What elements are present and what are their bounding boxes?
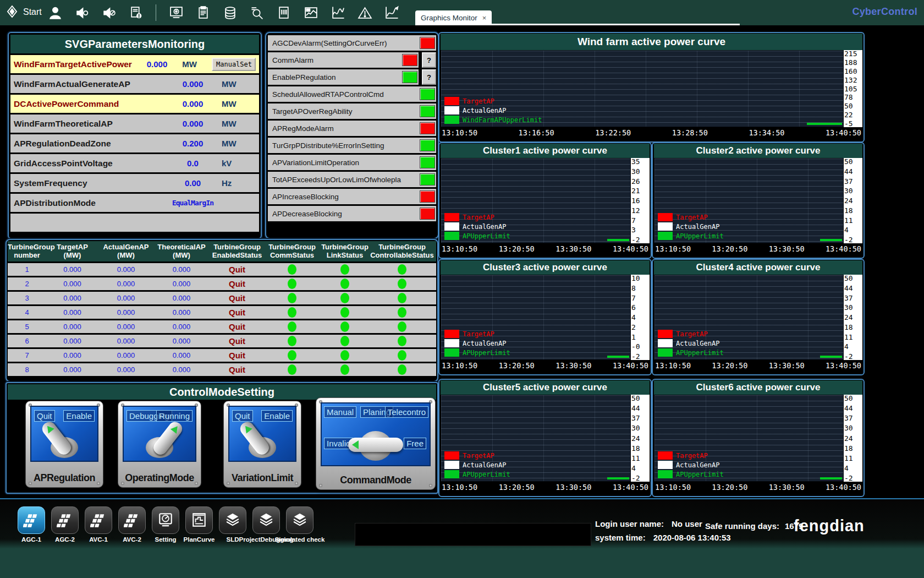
enabled-status: Quit: [210, 293, 265, 303]
system-message-icon[interactable]: [128, 5, 144, 20]
switch-option-right: Running: [156, 410, 193, 422]
svg-parameters-panel: SVGParametersMonitoring WindFarmTargetAc…: [8, 32, 262, 239]
dock-item-label: AVC-1: [89, 536, 108, 543]
x-tick: 13:40:50: [613, 483, 648, 492]
alarm-label: TargetAPOverRegAbility: [272, 107, 420, 116]
alarm-label: APVariationLimitOperation: [272, 159, 420, 167]
y-tick: -2: [844, 353, 862, 360]
comm-status-dot: [288, 364, 296, 375]
dock-item-plancurve[interactable]: PlanCurve: [186, 506, 212, 543]
comm-status-dot: [288, 321, 296, 332]
dock-item-simulated-check[interactable]: Simulated check: [287, 506, 313, 543]
enabled-status: Quit: [210, 351, 265, 360]
comm-status-dot: [288, 350, 296, 361]
signal-analysis-icon[interactable]: [384, 5, 399, 20]
toolbar-separator: [156, 4, 156, 21]
legend-item: TargetAP: [658, 451, 724, 460]
y-tick: -0: [631, 343, 649, 350]
speaker-alert-icon[interactable]: [74, 5, 90, 20]
y-tick: 50: [844, 395, 862, 402]
status-cell: [265, 264, 320, 275]
x-tick: 13:40:50: [826, 128, 861, 137]
legend-item: APUpperLimit: [658, 348, 724, 357]
dock-item-agc-2[interactable]: AGC-2: [52, 506, 78, 543]
tab-close-icon[interactable]: ×: [482, 14, 487, 22]
switch-operatingmode[interactable]: DebuggingRunningOperatingMode: [118, 401, 201, 488]
header-line: EnabledStatus: [210, 252, 265, 260]
alarm-label: AGCDevAlarm(SettingOrCurveErr): [272, 39, 420, 47]
tab-graphics-monitor[interactable]: Graphics Monitor ×: [415, 10, 492, 25]
link-status-dot: [340, 279, 349, 289]
speaker-mute-icon[interactable]: [101, 5, 117, 20]
trend-chart-icon[interactable]: [303, 5, 318, 20]
gauge-monitor-icon: [152, 506, 179, 534]
start-button[interactable]: Start: [4, 4, 42, 20]
y-tick: 1: [631, 334, 649, 341]
param-value: 0.000: [164, 119, 222, 128]
alarm-label: APRegModeAlarm: [272, 124, 420, 133]
link-status-dot: [340, 350, 349, 361]
manual-set-button[interactable]: ManualSet: [212, 58, 256, 71]
curve-analysis-icon[interactable]: [330, 5, 345, 20]
legend-swatch: [658, 470, 673, 478]
legend-swatch: [444, 470, 459, 478]
user-icon[interactable]: [47, 5, 63, 20]
param-label: GridAccessPointVoltage: [14, 159, 164, 168]
legend-label: TargetAP: [676, 214, 708, 221]
table-row: 40.0000.0000.000Quit: [8, 306, 436, 319]
legend-swatch: [444, 451, 459, 460]
target-ap-value: 0.000: [46, 308, 98, 317]
system-time-value: 2020-08-06 13:40:53: [653, 533, 731, 542]
controllable-status-dot: [398, 321, 406, 332]
command-input[interactable]: [355, 523, 591, 546]
x-tick: 13:16:50: [519, 128, 554, 137]
app-dock: AGC-1AGC-2AVC-1AVC-2SettingPlanCurveSLDP…: [18, 506, 313, 543]
upper-limit-line: [820, 477, 842, 479]
alarm-help-button[interactable]: ?: [422, 52, 436, 68]
switch-variationlimit[interactable]: QuitEnableVariationLimit: [223, 401, 301, 488]
controllable-status-dot: [398, 350, 406, 361]
upper-limit-line: [607, 477, 629, 479]
actual-gen-ap-value: 0.000: [98, 265, 153, 274]
search-icon[interactable]: [249, 5, 265, 20]
dock-item-avc-2[interactable]: AVC-2: [119, 506, 145, 543]
switch-screen: DebuggingRunning: [123, 406, 196, 462]
y-tick: 4: [631, 314, 649, 321]
status-cell: [265, 293, 320, 303]
document-code-icon[interactable]: [276, 5, 292, 20]
chart-plot: TargetAPActualGenAPAPUpperLimit: [441, 395, 631, 482]
x-tick: 13:30:50: [769, 361, 805, 370]
switch-apregulation[interactable]: QuitEnableAPRegulation: [25, 401, 103, 488]
alarm-indicator-red: [402, 54, 417, 66]
controllable-status-dot: [398, 293, 406, 303]
monitor-view-icon[interactable]: [168, 5, 184, 20]
switch-commandmode[interactable]: ManualPlaningTelecontroInvalidFreeComman…: [316, 397, 436, 490]
report-icon[interactable]: [195, 5, 211, 20]
chart-plot: TargetAPActualGenAPAPUpperLimit: [654, 275, 844, 360]
param-row: GridAccessPointVoltage0.0kV: [10, 154, 259, 172]
dock-item-avc-1[interactable]: AVC-1: [85, 506, 112, 543]
status-cell: [265, 336, 320, 346]
dock-item-setting[interactable]: Setting: [152, 506, 179, 543]
comm-status-dot: [288, 336, 296, 346]
alarm-warning-icon[interactable]: [357, 5, 372, 20]
database-icon[interactable]: [222, 5, 238, 20]
plan-chart-icon: [185, 506, 213, 534]
switch-screen: ManualPlaningTelecontroInvalidFree: [321, 402, 431, 466]
solar-panel-icon: [118, 506, 146, 534]
turbine-header-cell: ActualGenAP(MW): [98, 243, 153, 260]
x-tick: 13:20:50: [499, 361, 535, 370]
dock-item-agc-1[interactable]: AGC-1: [18, 506, 45, 543]
start-icon: [4, 4, 20, 20]
rocker-lever[interactable]: [348, 438, 403, 452]
legend-item: APUpperLimit: [444, 348, 510, 357]
param-unit: MW: [222, 119, 256, 128]
legend-item: APUpperLimit: [444, 232, 510, 240]
legend-label: ActualGenAP: [463, 461, 506, 469]
box-3d-icon: [252, 506, 280, 534]
chart-x-axis: 13:10:5013:20:5013:30:5013:40:50: [439, 482, 651, 492]
control-mode-setting-panel: ControlModeSetting QuitEnableAPRegulatio…: [6, 382, 438, 494]
header-line: TargetAP: [46, 243, 98, 252]
turbine-header-cell: TurbineGroupnumber: [8, 243, 46, 260]
alarm-help-button[interactable]: ?: [422, 69, 436, 85]
